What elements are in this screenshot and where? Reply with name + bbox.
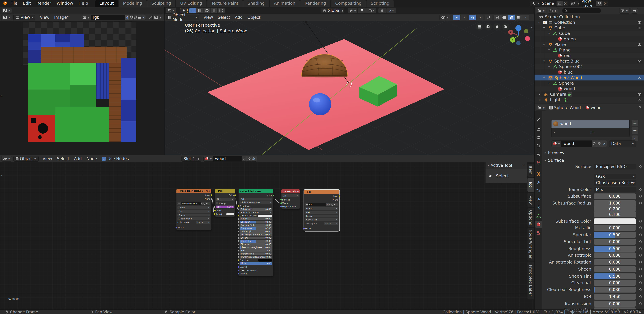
falloff-tool-button[interactable]: ▾ xyxy=(166,8,176,13)
outliner-label[interactable]: Sphere xyxy=(559,80,574,86)
decorator-dot[interactable] xyxy=(639,234,642,236)
socket-dot[interactable] xyxy=(238,250,240,252)
tab-object[interactable] xyxy=(535,170,542,178)
ss-radius-y[interactable]: 0.200 xyxy=(594,206,636,212)
shader-material-browse[interactable]: ▾ xyxy=(204,156,213,161)
socket-dot[interactable] xyxy=(238,231,240,233)
image-tool-button[interactable]: ▾ xyxy=(1,8,12,13)
node-image-texture-wood[interactable]: ▾wood-floor-texture-..-wood-floor-textur… xyxy=(176,189,212,230)
outliner-row-scene-collection[interactable]: Scene Collection xyxy=(534,14,644,20)
socket-dot-alpha[interactable] xyxy=(338,199,340,201)
transmission-roughness-slider[interactable]: 0.000 xyxy=(594,308,636,310)
gizmo-axis-x-neg[interactable] xyxy=(525,36,530,41)
subsurface-method-dropdown[interactable]: Christensen-Burley▾ xyxy=(240,201,272,204)
select-invert-mode[interactable] xyxy=(210,8,218,13)
fake-user-shield-icon[interactable] xyxy=(592,141,597,147)
new-collection-button[interactable] xyxy=(631,8,638,13)
outliner-label[interactable]: Sphere.001 xyxy=(559,64,583,69)
subsurface-color-swatch[interactable] xyxy=(594,218,636,224)
fake-user-shield-icon[interactable] xyxy=(242,156,246,161)
sidebar-collapse-arrow[interactable]: ‹ xyxy=(531,25,533,30)
outliner-row-sphere001-data[interactable]: ▾Sphere.001 xyxy=(534,64,644,69)
panel-surface-header[interactable]: ▾Surface∷∷ xyxy=(544,157,564,163)
distribution-dropdown[interactable]: GGX▾ xyxy=(594,174,636,179)
specular-tint-slider[interactable]: 0.000 xyxy=(594,239,636,245)
workspace-tab-layout[interactable]: Layout xyxy=(95,0,118,7)
emission-swatch[interactable] xyxy=(258,259,272,262)
scene-copy-button[interactable] xyxy=(556,1,563,6)
outliner-label[interactable]: green xyxy=(564,36,576,42)
view-layer-copy-button[interactable] xyxy=(596,1,602,6)
socket-dot-alpha[interactable] xyxy=(210,198,212,200)
shield-icon[interactable] xyxy=(201,202,203,205)
snap-settings-dropdown[interactable]: ▾ xyxy=(366,8,376,13)
pin-icon[interactable] xyxy=(637,106,642,110)
shader-menu-node[interactable]: Node xyxy=(84,156,100,162)
socket-dot[interactable] xyxy=(238,227,240,229)
disclosure-icon[interactable]: ▾ xyxy=(538,20,540,25)
color-swatch[interactable] xyxy=(258,215,272,217)
extension-dropdown[interactable]: Repeat▾ xyxy=(178,214,210,216)
breadcrumb-object[interactable]: Sphere.Wood xyxy=(554,105,581,110)
fake-user-shield-icon[interactable] xyxy=(129,14,133,20)
image-datablock-row[interactable]: wood-floor-textur.. × xyxy=(178,201,210,205)
clearcoat-roughness-slider[interactable]: 0.030 xyxy=(594,287,636,293)
decorator-dot[interactable] xyxy=(639,220,642,222)
workspace-tab-uv-editing[interactable]: UV Editing xyxy=(176,0,206,7)
grip-icon[interactable]: ∷∷ xyxy=(590,131,594,134)
sheen-tint-slider[interactable]: 0.500 xyxy=(594,273,636,279)
decorator-dot[interactable] xyxy=(639,295,642,298)
outliner-row-green-material[interactable]: green xyxy=(534,36,644,42)
tab-object-data[interactable] xyxy=(535,212,542,220)
outliner-row-cube[interactable]: ▾Cube xyxy=(534,25,644,31)
in-clearcoat[interactable]: Clearcoat:0.000 xyxy=(240,243,272,246)
shading-wireframe[interactable] xyxy=(494,14,501,20)
image-canvas[interactable]: › xyxy=(0,21,164,155)
workspace-tab-animation[interactable]: Animation xyxy=(270,0,300,7)
expand-icon[interactable]: ▸ xyxy=(536,187,538,192)
eye-icon[interactable] xyxy=(637,20,642,24)
viewport-canvas[interactable]: User Perspective (26) Collection | Spher… xyxy=(164,21,534,155)
in-clearcoat-roughness[interactable]: Clearcoat Roughness:0.030 xyxy=(240,246,272,249)
active-tool-panel-header[interactable]: ▾ Active Tool ∷∷ xyxy=(486,162,527,169)
in-emission[interactable]: Emission xyxy=(240,259,272,262)
in-ior[interactable]: IOR:1.450 xyxy=(240,249,272,252)
decorator-dot[interactable] xyxy=(639,268,642,270)
copy-icon[interactable] xyxy=(331,203,334,206)
in-subsurface[interactable]: Subsurface:0.000 xyxy=(240,208,272,211)
add-slot-button[interactable]: + xyxy=(632,120,638,126)
outliner-label[interactable]: Cube xyxy=(554,25,565,31)
select-box-mode[interactable] xyxy=(189,8,196,13)
menu-help[interactable]: Help xyxy=(76,0,91,7)
in-subsurface-radius[interactable]: Subsurface Radius▾ xyxy=(240,211,272,214)
specular-slider[interactable]: 0.500 xyxy=(594,232,636,238)
properties-editor-type-button[interactable]: ▾ xyxy=(536,105,546,111)
socket-dot[interactable] xyxy=(238,263,240,264)
disclosure-icon[interactable]: ▾ xyxy=(548,31,550,36)
disclosure-icon[interactable]: ▾ xyxy=(543,25,545,31)
view-layer-selector[interactable]: ▾ View Layer × xyxy=(570,1,608,6)
tab-render[interactable] xyxy=(535,125,542,133)
outliner-editor-type-button[interactable]: ▾ xyxy=(536,8,546,13)
clearcoat-slider[interactable]: 0.000 xyxy=(594,280,636,286)
pan-view-button[interactable] xyxy=(493,23,501,30)
disclosure-icon[interactable]: ▾ xyxy=(543,58,545,64)
in-alpha[interactable]: Alpha:1.000 xyxy=(240,262,272,265)
toggle-perspective-button[interactable] xyxy=(476,23,483,30)
decorator-dot[interactable] xyxy=(639,288,642,291)
image-menu-view[interactable]: View xyxy=(38,14,52,21)
colorspace-row[interactable]: Color SpacesRGB▾ xyxy=(305,222,338,225)
shader-menu-view[interactable]: View xyxy=(40,156,54,162)
image-unlink-button[interactable]: × xyxy=(142,14,146,20)
folder-icon[interactable] xyxy=(206,202,208,205)
outliner-label[interactable]: Sphere.Blue xyxy=(554,58,580,64)
scene-unlink-button[interactable]: × xyxy=(562,1,568,6)
socket-dot[interactable] xyxy=(238,269,240,271)
socket-dot[interactable] xyxy=(238,234,240,236)
outliner-label[interactable]: Plane xyxy=(559,47,571,53)
sidebar-tab-options[interactable]: Options xyxy=(528,208,534,227)
color2-swatch[interactable] xyxy=(226,213,234,215)
sidebar-tab-node-wrangler[interactable]: Node Wrangler xyxy=(528,228,534,261)
outliner-label[interactable]: Scene Collection xyxy=(545,14,580,20)
socket-dot-color[interactable] xyxy=(338,195,340,197)
